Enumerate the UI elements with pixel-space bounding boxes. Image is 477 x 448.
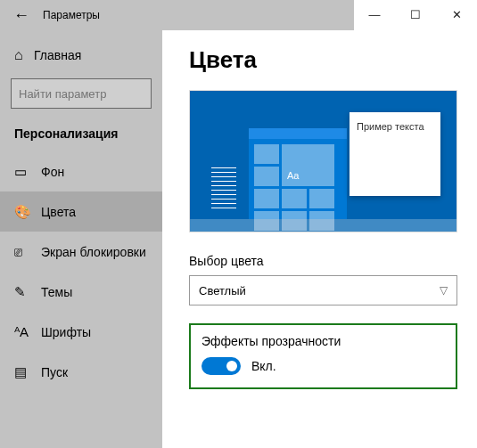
search-box[interactable]: 🔍 xyxy=(11,78,152,109)
home-icon: ⌂ xyxy=(14,47,34,63)
preview-window: Aa xyxy=(249,128,347,219)
sidebar-item-label: Темы xyxy=(41,285,72,299)
color-mode-dropdown[interactable]: Светлый ▽ xyxy=(189,275,457,305)
preview-taskbar xyxy=(190,219,456,232)
sidebar-item-start[interactable]: ▤ Пуск xyxy=(0,352,162,392)
start-icon: ▤ xyxy=(14,364,41,380)
preview-ruler xyxy=(211,164,236,212)
lockscreen-icon: ⎚ xyxy=(14,244,41,259)
transparency-toggle[interactable] xyxy=(201,357,241,375)
sidebar-item-background[interactable]: ▭ Фон xyxy=(0,151,162,191)
sidebar-home[interactable]: ⌂ Главная xyxy=(0,37,162,73)
minimize-button[interactable]: — xyxy=(354,0,395,30)
sidebar-item-label: Цвета xyxy=(41,205,76,219)
window-title: Параметры xyxy=(43,9,354,21)
page-heading: Цвета xyxy=(189,46,457,74)
chevron-down-icon: ▽ xyxy=(440,284,448,297)
colors-icon: 🎨 xyxy=(14,204,41,220)
theme-preview: Aa Пример текста xyxy=(189,90,457,232)
preview-sample-text: Aa xyxy=(287,170,299,181)
sidebar-item-label: Фон xyxy=(41,165,64,179)
sidebar: ⌂ Главная 🔍 Персонализация ▭ Фон 🎨 Цвета… xyxy=(0,30,162,448)
background-icon: ▭ xyxy=(14,164,41,180)
transparency-effects-group: Эффекты прозрачности Вкл. xyxy=(189,323,457,389)
effects-title: Эффекты прозрачности xyxy=(201,334,445,348)
preview-note: Пример текста xyxy=(350,112,440,196)
sidebar-item-fonts[interactable]: ᴬA Шрифты xyxy=(0,312,162,352)
dropdown-value: Светлый xyxy=(199,284,246,297)
sidebar-item-label: Пуск xyxy=(41,365,68,379)
sidebar-item-label: Шрифты xyxy=(41,325,91,339)
content-area: Цвета Aa Пример текста Выбор цвета Светл… xyxy=(162,30,477,448)
fonts-icon: ᴬA xyxy=(14,324,41,340)
back-button[interactable]: ← xyxy=(0,6,43,25)
themes-icon: ✎ xyxy=(14,284,41,300)
color-choice-label: Выбор цвета xyxy=(189,254,457,268)
sidebar-item-colors[interactable]: 🎨 Цвета xyxy=(0,191,162,232)
sidebar-item-lockscreen[interactable]: ⎚ Экран блокировки xyxy=(0,232,162,272)
close-button[interactable]: ✕ xyxy=(436,0,477,30)
search-input[interactable] xyxy=(19,87,169,101)
home-label: Главная xyxy=(34,48,81,62)
maximize-button[interactable]: ☐ xyxy=(395,0,436,30)
toggle-knob xyxy=(226,361,237,371)
sidebar-item-label: Экран блокировки xyxy=(41,245,146,259)
toggle-state-label: Вкл. xyxy=(251,359,276,373)
sidebar-item-themes[interactable]: ✎ Темы xyxy=(0,272,162,312)
section-header: Персонализация xyxy=(0,121,162,151)
